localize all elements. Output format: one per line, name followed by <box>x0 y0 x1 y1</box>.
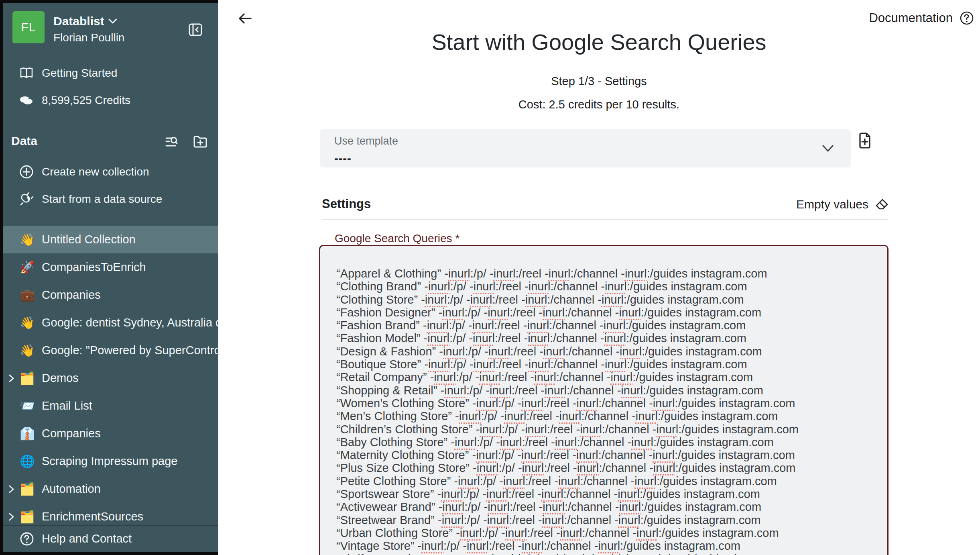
chevron-right-icon[interactable] <box>6 373 16 383</box>
help-circle-icon <box>19 531 35 547</box>
collection-label: Companies <box>42 288 101 302</box>
workspace-switcher[interactable]: FL Datablist Florian Poullin <box>3 3 218 55</box>
query-line: “Streetwear Brand” -inurl:/p/ -inurl:/re… <box>336 514 883 526</box>
template-select[interactable]: Use template ---- <box>320 129 851 167</box>
documentation-label: Documentation <box>869 11 953 25</box>
chevron-down-icon <box>822 145 834 153</box>
collection-emoji-icon: 📨 <box>19 400 35 412</box>
query-line: “Maternity Clothing Store” -inurl:/p/ -i… <box>336 449 883 461</box>
sidebar: FL Datablist Florian Poullin <box>3 3 218 552</box>
query-line: “Fashion Model” -inurl:/p/ -inurl:/reel … <box>336 332 883 345</box>
collection-emoji-icon: 👋 <box>19 234 35 246</box>
sidebar-action-label: Create new collection <box>42 165 149 178</box>
collection-emoji-icon: 🗂️ <box>19 511 35 523</box>
chevron-right-icon[interactable] <box>6 512 16 522</box>
collection-list-item[interactable]: 💼Companies <box>3 281 218 309</box>
query-line: “Fashion Designer” -inurl:/p/ -inurl:/re… <box>336 306 883 319</box>
query-line: “Men’s Clothing Store” -inurl:/p/ -inurl… <box>336 410 883 422</box>
window-edge-top <box>0 0 218 3</box>
collection-label: Untitled Collection <box>42 233 136 246</box>
sidebar-item-label: Getting Started <box>42 67 117 80</box>
collection-emoji-icon: 👋 <box>19 345 35 357</box>
settings-divider <box>322 219 889 220</box>
collection-emoji-icon: 🌐 <box>19 455 35 467</box>
query-line: “Activewear Brand” -inurl:/p/ -inurl:/re… <box>336 500 883 513</box>
collection-emoji-icon: 🚀 <box>19 261 35 273</box>
query-line: “Plus Size Clothing Store” -inurl:/p/ -i… <box>336 461 883 474</box>
collection-label: Scraping Impressum page <box>42 455 178 468</box>
collection-emoji-icon: 👔 <box>19 428 35 440</box>
chevron-right-icon[interactable] <box>6 484 16 494</box>
collection-emoji-icon: 👋 <box>19 317 35 329</box>
sidebar-item-label: Help and Contact <box>42 532 132 545</box>
back-button[interactable] <box>236 10 254 27</box>
window-edge-bottom <box>0 552 218 555</box>
collection-label: CompaniesToEnrich <box>42 261 146 274</box>
collection-list-item[interactable]: 🗂️Automation <box>3 475 218 503</box>
collection-list-item[interactable]: 👋Google: "Powered by SuperControl" <box>3 337 218 364</box>
collection-list-item[interactable]: 🌐Scraping Impressum page <box>3 447 218 475</box>
google-search-queries-textarea[interactable]: “Apparel & Clothing” -inurl:/p/ -inurl:/… <box>319 245 889 555</box>
query-line: “Design & Fashion” -inurl:/p/ -inurl:/re… <box>336 345 883 358</box>
sidebar-item-label: 8,599,525 Credits <box>42 94 130 107</box>
chevron-down-icon <box>108 18 117 24</box>
wizard-step: Step 1/3 - Settings <box>218 75 980 88</box>
query-line: “Retail Company” -inurl:/p/ -inurl:/reel… <box>336 371 883 384</box>
query-line: “Baby Clothing Store” -inurl:/p/ -inurl:… <box>336 436 883 449</box>
query-line: “Clothing Brand” -inurl:/p/ -inurl:/reel… <box>336 280 883 293</box>
search-collections-button[interactable] <box>163 133 180 150</box>
search-list-icon <box>164 135 179 149</box>
sidebar-item-help-and-contact[interactable]: Help and Contact <box>3 525 218 552</box>
data-section-header: Data <box>3 132 218 152</box>
documentation-link[interactable]: Documentation <box>869 10 974 26</box>
collection-label: Google: dentist Sydney, Australia de <box>42 316 218 329</box>
query-line: “Sportswear Store” -inurl:/p/ -inurl:/re… <box>336 488 883 500</box>
query-line: “Urban Clothing Store” -inurl:/p/ -inurl… <box>336 526 883 539</box>
new-folder-button[interactable] <box>192 133 209 150</box>
sidebar-action-label: Start from a data source <box>42 193 162 206</box>
collapse-sidebar-button[interactable] <box>188 22 203 37</box>
query-line: “Apparel & Clothing” -inurl:/p/ -inurl:/… <box>336 267 883 280</box>
workspace-user: Florian Poullin <box>53 31 124 44</box>
plug-icon <box>19 192 34 206</box>
google-search-queries-value: “Apparel & Clothing” -inurl:/p/ -inurl:/… <box>336 267 883 555</box>
collection-emoji-icon: 🗂️ <box>19 372 35 384</box>
wizard-cost: Cost: 2.5 credits per 10 results. <box>218 98 980 111</box>
query-line: “Thrift & Consignment Store” -inurl:/p/ … <box>336 553 883 555</box>
template-select-label: Use template <box>334 135 398 147</box>
collection-label: Demos <box>42 371 79 385</box>
start-from-data-source-button[interactable]: Start from a data source <box>3 188 218 210</box>
collection-emoji-icon: 🗂️ <box>19 483 35 495</box>
collection-list-item[interactable]: 👔Companies <box>3 420 218 447</box>
page-title: Start with Google Search Queries <box>218 29 980 55</box>
create-new-collection-button[interactable]: Create new collection <box>3 161 218 183</box>
window-edge-left <box>0 0 3 555</box>
collection-list-item[interactable]: 👋Google: dentist Sydney, Australia de <box>3 309 218 337</box>
collection-list-item[interactable]: 🚀CompaniesToEnrich <box>3 253 218 281</box>
avatar: FL <box>12 11 45 43</box>
book-icon <box>19 66 34 80</box>
help-circle-icon[interactable] <box>959 10 974 26</box>
query-line: “Shopping & Retail” -inurl:/p/ -inurl:/r… <box>336 384 883 397</box>
settings-heading: Settings <box>322 197 371 211</box>
sidebar-item-getting-started[interactable]: Getting Started <box>3 62 218 84</box>
google-search-queries-label: Google Search Queries * <box>335 232 460 245</box>
eraser-icon <box>874 198 889 211</box>
sidebar-item-credits[interactable]: 8,599,525 Credits <box>3 89 218 112</box>
query-line: “Petite Clothing Store” -inurl:/p/ -inur… <box>336 475 883 488</box>
collection-list-item[interactable]: 📨Email List <box>3 392 218 420</box>
query-line: “Clothing Store” -inurl:/p/ -inurl:/reel… <box>336 293 883 306</box>
collection-label: EnrichmentSources <box>42 510 143 523</box>
empty-values-button[interactable]: Empty values <box>796 198 889 211</box>
template-select-value: ---- <box>334 152 352 165</box>
workspace-name[interactable]: Datablist <box>53 14 117 28</box>
save-as-template-button[interactable] <box>858 133 872 149</box>
collection-list-item[interactable]: 👋Untitled Collection <box>3 226 218 253</box>
query-line: “Women’s Clothing Store” -inurl:/p/ -inu… <box>336 397 883 410</box>
collection-label: Automation <box>42 482 101 496</box>
folder-plus-icon <box>193 135 208 149</box>
collection-list-item[interactable]: 🗂️Demos <box>3 364 218 392</box>
query-line: “Vintage Store” -inurl:/p/ -inurl:/reel … <box>336 539 883 552</box>
query-line: “Children’s Clothing Store” -inurl:/p/ -… <box>336 423 883 436</box>
collection-list: 👋Untitled Collection🚀CompaniesToEnrich💼C… <box>3 226 218 531</box>
